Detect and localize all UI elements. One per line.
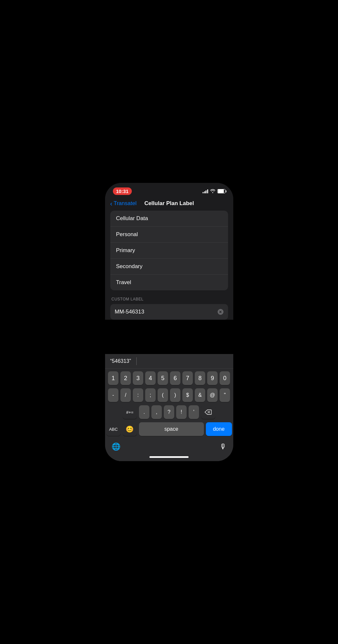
list-item-primary[interactable]: Primary [110,243,228,259]
back-chevron-icon: ‹ [110,200,113,207]
keyboard-bottom-row: 🌐 🎙 [105,441,233,454]
key-at[interactable]: @ [207,388,218,402]
key-7[interactable]: 7 [182,371,193,385]
back-label: Transatel [114,200,136,207]
key-emoji[interactable]: 😊 [123,422,137,436]
key-colon[interactable]: : [133,388,143,402]
battery-icon [217,189,225,193]
delete-key[interactable] [201,405,215,419]
time-display: 10:31 [113,187,132,195]
list-item-personal[interactable]: Personal [110,227,228,243]
key-quote[interactable]: " [220,388,230,402]
clear-input-button[interactable] [218,309,223,315]
home-bar [149,456,189,458]
key-2[interactable]: 2 [120,371,131,385]
plan-label-list: Cellular Data Personal Primary Secondary… [110,211,228,290]
key-question[interactable]: ? [164,405,174,419]
key-dollar[interactable]: $ [182,388,193,402]
custom-label-section: CUSTOM LABEL [105,297,233,320]
signal-icon [203,189,208,193]
custom-label-input-wrap [110,304,228,320]
page-title: Cellular Plan Label [136,200,202,207]
key-row-more: #+= . , ? ! ' [106,405,232,419]
custom-label-title: CUSTOM LABEL [110,297,228,301]
key-4[interactable]: 4 [145,371,156,385]
key-slash[interactable]: / [120,388,131,402]
key-rparen[interactable]: ) [170,388,180,402]
custom-label-input[interactable] [115,309,218,315]
key-abc[interactable]: ABC [106,422,121,436]
key-dash[interactable]: - [108,388,118,402]
list-item-travel[interactable]: Travel [110,275,228,290]
autocomplete-bar: “546313” [105,354,233,369]
keyboard: 1 2 3 4 5 6 7 8 9 0 - / : ; ( [105,369,233,441]
key-semicolon[interactable]: ; [145,388,156,402]
key-9[interactable]: 9 [207,371,218,385]
phone-frame: 10:31 ‹ Transatel [105,183,233,461]
keyboard-container: “546313” 1 2 3 4 5 6 7 8 9 0 [105,354,233,461]
key-exclaim[interactable]: ! [176,405,187,419]
key-more-symbols[interactable]: #+= [123,405,137,419]
key-row-bottom: ABC 😊 space done [106,422,232,436]
microphone-icon[interactable]: 🎙 [220,443,227,451]
key-1[interactable]: 1 [108,371,118,385]
list-item-secondary[interactable]: Secondary [110,259,228,275]
key-0[interactable]: 0 [220,371,230,385]
key-5[interactable]: 5 [158,371,168,385]
key-comma[interactable]: , [151,405,162,419]
key-row-numbers: 1 2 3 4 5 6 7 8 9 0 [106,371,232,385]
wifi-icon [210,189,215,194]
status-icons [203,189,225,194]
key-6[interactable]: 6 [170,371,180,385]
key-space[interactable]: space [139,422,204,436]
autocomplete-suggestion[interactable]: “546313” [110,358,131,364]
key-row-symbols: - / : ; ( ) $ & @ " [106,388,232,402]
key-done[interactable]: done [206,422,232,436]
home-indicator [105,454,233,461]
key-ampersand[interactable]: & [195,388,205,402]
autocomplete-divider [136,357,137,365]
key-8[interactable]: 8 [195,371,205,385]
key-3[interactable]: 3 [133,371,143,385]
key-apostrophe[interactable]: ' [189,405,199,419]
nav-bar: ‹ Transatel Cellular Plan Label [105,198,233,211]
key-lparen[interactable]: ( [158,388,168,402]
back-button[interactable]: ‹ Transatel [110,200,137,207]
spacer [105,320,233,354]
globe-icon[interactable]: 🌐 [112,443,120,451]
content-area: Cellular Data Personal Primary Secondary… [105,211,233,461]
status-bar: 10:31 [105,183,233,198]
key-period[interactable]: . [139,405,149,419]
list-item-cellular-data[interactable]: Cellular Data [110,211,228,227]
